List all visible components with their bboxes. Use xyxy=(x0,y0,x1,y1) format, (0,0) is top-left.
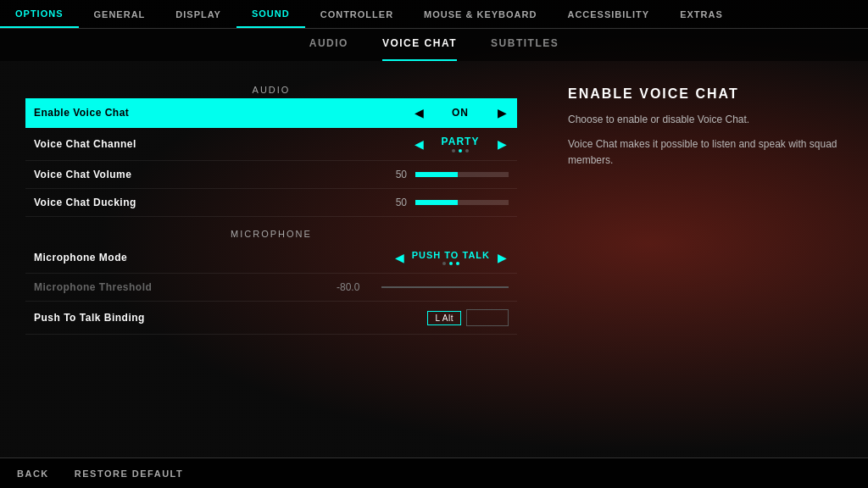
setting-row-push-to-talk-binding[interactable]: Push To Talk Binding L Alt xyxy=(25,302,517,335)
microphone-threshold-bar xyxy=(381,286,509,288)
nav-item-sound[interactable]: SOUND xyxy=(236,0,305,28)
microphone-mode-dots xyxy=(442,262,459,265)
setting-row-voice-chat-volume[interactable]: Voice Chat Volume 50 xyxy=(25,161,517,189)
microphone-mode-right-arrow[interactable]: ▶ xyxy=(495,251,509,264)
microphone-mode-control: ◀ PUSH TO TALK ▶ xyxy=(393,250,509,265)
party-dot-3 xyxy=(465,149,469,152)
microphone-mode-left-arrow[interactable]: ◀ xyxy=(393,251,407,264)
voice-chat-volume-control: 50 xyxy=(390,169,509,180)
mic-dot-2 xyxy=(449,262,453,265)
info-title: ENABLE VOICE CHAT xyxy=(568,86,843,102)
info-text-1: Choose to enable or disable Voice Chat. xyxy=(568,112,843,128)
party-dot-1 xyxy=(452,149,455,152)
voice-chat-ducking-control: 50 xyxy=(390,197,509,208)
push-to-talk-secondary-key[interactable] xyxy=(466,309,509,326)
restore-default-button[interactable]: RESTORE DEFAULT xyxy=(75,469,183,479)
main-area: AUDIO Enable Voice Chat ◀ ON ▶ Voice Cha… xyxy=(0,61,868,458)
voice-chat-channel-label: Voice Chat Channel xyxy=(34,138,412,150)
back-button[interactable]: BACK xyxy=(17,469,49,479)
nav-item-extras[interactable]: EXTRAS xyxy=(665,0,738,28)
sub-nav-voice-chat[interactable]: VOICE CHAT xyxy=(382,37,457,61)
setting-row-voice-chat-channel[interactable]: Voice Chat Channel ◀ PARTY ▶ xyxy=(25,128,517,161)
enable-voice-chat-control: ◀ ON ▶ xyxy=(412,106,509,119)
voice-chat-ducking-value: 50 xyxy=(390,197,407,208)
audio-section-header: AUDIO xyxy=(25,85,517,95)
microphone-mode-value: PUSH TO TALK xyxy=(412,250,490,260)
setting-row-microphone-mode[interactable]: Microphone Mode ◀ PUSH TO TALK ▶ xyxy=(25,242,517,274)
mic-dot-1 xyxy=(442,262,446,265)
nav-item-controller[interactable]: CONTROLLER xyxy=(305,0,409,28)
microphone-mode-label: Microphone Mode xyxy=(34,252,393,263)
sub-nav-subtitles[interactable]: SUBTITLES xyxy=(491,37,559,61)
voice-chat-volume-fill xyxy=(415,172,458,177)
top-navigation: OPTIONS GENERAL DISPLAY SOUND CONTROLLER… xyxy=(0,0,868,29)
party-dot-2 xyxy=(459,149,462,152)
voice-chat-ducking-label: Voice Chat Ducking xyxy=(34,197,390,208)
setting-row-voice-chat-ducking[interactable]: Voice Chat Ducking 50 xyxy=(25,189,517,217)
setting-row-enable-voice-chat[interactable]: Enable Voice Chat ◀ ON ▶ xyxy=(25,98,517,128)
push-to-talk-primary-key[interactable]: L Alt xyxy=(427,311,461,325)
enable-voice-chat-left-arrow[interactable]: ◀ xyxy=(412,106,426,119)
enable-voice-chat-right-arrow[interactable]: ▶ xyxy=(495,106,509,119)
bottom-bar: BACK RESTORE DEFAULT xyxy=(0,458,868,488)
voice-chat-channel-value: PARTY xyxy=(431,136,490,147)
enable-voice-chat-label: Enable Voice Chat xyxy=(34,107,412,119)
push-to-talk-binding-label: Push To Talk Binding xyxy=(34,312,427,324)
voice-chat-channel-control: ◀ PARTY ▶ xyxy=(412,136,509,152)
voice-chat-channel-left-arrow[interactable]: ◀ xyxy=(412,137,426,151)
voice-chat-ducking-slider[interactable] xyxy=(415,200,509,205)
microphone-threshold-control: -80.0 xyxy=(337,281,509,293)
nav-item-mouse-keyboard[interactable]: MOUSE & KEYBOARD xyxy=(409,0,552,28)
party-dots xyxy=(452,149,469,152)
microphone-threshold-label: Microphone Threshold xyxy=(34,281,337,293)
nav-item-display[interactable]: DISPLAY xyxy=(160,0,236,28)
voice-chat-volume-slider[interactable] xyxy=(415,172,509,177)
enable-voice-chat-value: ON xyxy=(431,107,490,119)
voice-chat-channel-right-arrow[interactable]: ▶ xyxy=(495,137,509,151)
microphone-threshold-value: -80.0 xyxy=(337,281,375,293)
voice-chat-volume-value: 50 xyxy=(390,169,407,180)
nav-item-options[interactable]: OPTIONS xyxy=(0,0,79,28)
voice-chat-ducking-fill xyxy=(415,200,458,205)
push-to-talk-binding-control: L Alt xyxy=(427,309,509,326)
setting-row-microphone-threshold: Microphone Threshold -80.0 xyxy=(25,274,517,302)
sub-nav-audio[interactable]: AUDIO xyxy=(309,37,348,61)
settings-panel: AUDIO Enable Voice Chat ◀ ON ▶ Voice Cha… xyxy=(0,69,542,449)
info-panel: ENABLE VOICE CHAT Choose to enable or di… xyxy=(542,69,868,449)
mic-dot-3 xyxy=(456,262,459,265)
info-text-2: Voice Chat makes it possible to listen a… xyxy=(568,136,843,169)
microphone-section-header: MICROPHONE xyxy=(25,229,517,239)
voice-chat-volume-label: Voice Chat Volume xyxy=(34,169,390,180)
nav-item-accessibility[interactable]: ACCESSIBILITY xyxy=(552,0,665,28)
nav-item-general[interactable]: GENERAL xyxy=(79,0,161,28)
sub-navigation: AUDIO VOICE CHAT SUBTITLES xyxy=(0,29,868,61)
